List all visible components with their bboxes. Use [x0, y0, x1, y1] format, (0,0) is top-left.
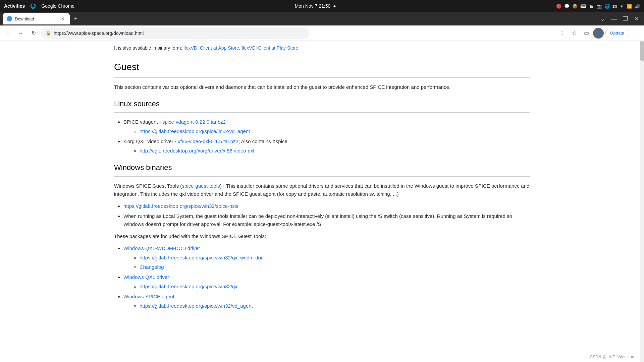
spice-vdagent-text: SPICE vdagent -: [123, 119, 162, 125]
tray-icon-2[interactable]: 💬: [564, 4, 570, 9]
qxl-driver-link[interactable]: xf86-video-qxl-0.1.5.tar.bz2: [178, 138, 238, 144]
spice-agent-sublist: https://gitlab.freedesktop.org/spice/win…: [140, 302, 530, 310]
list-item: https://gitlab.freedesktop.org/spice/lin…: [140, 127, 530, 135]
qxl-wddm-sublist: https://gitlab.freedesktop.org/spice/win…: [140, 254, 530, 271]
bookmark-button[interactable]: ☆: [569, 28, 580, 39]
tray-icon-4[interactable]: ⌨: [580, 4, 587, 9]
windows-spice-agent-link[interactable]: Windows SPICE agent: [123, 294, 174, 299]
brightness-icon[interactable]: ☀: [620, 4, 624, 9]
system-bar-left: Activities 🌐 Google Chrome: [4, 3, 74, 9]
qxl-cgit-link[interactable]: http://cgit.freedesktop.org/xorg/driver/…: [140, 148, 254, 154]
content-inner: It is also available in binary form: fle…: [87, 41, 557, 327]
url-domain: www.spice-space.org: [68, 31, 112, 36]
spice-vdagent-link[interactable]: spice-vdagent-0.22.0.tar.bz2: [162, 119, 226, 125]
tab-favicon-icon: 🌐: [7, 16, 12, 21]
list-item: x.org QXL video driver - xf86-video-qxl-…: [123, 137, 530, 155]
url-path: /download.html: [112, 31, 144, 36]
list-item: https://gitlab.freedesktop.org/spice/win…: [123, 202, 530, 210]
address-bar-row: ← → ↻ 🔒 https://www.spice-space.org/down…: [0, 25, 644, 41]
forward-button[interactable]: →: [15, 28, 26, 39]
system-bar: Activities 🌐 Google Chrome Mon Nov 7 21:…: [0, 0, 644, 12]
spice-vdagent-sublist: https://gitlab.freedesktop.org/spice/lin…: [140, 127, 530, 135]
guest-divider: [114, 77, 530, 78]
tab-close-button[interactable]: ✕: [60, 16, 66, 22]
close-window-button[interactable]: ✕: [632, 14, 641, 23]
tray-icon-6[interactable]: 📷: [596, 4, 602, 9]
silent-install-text: When running as Local System, the guest …: [123, 213, 512, 227]
volume-icon[interactable]: 🔊: [635, 4, 640, 9]
tray-icon-1[interactable]: 🔴: [556, 4, 561, 9]
system-bar-center: Mon Nov 7 21:50 ●: [295, 3, 336, 9]
tray-icon-3[interactable]: 📦: [572, 4, 578, 9]
qxl-driver-sublist: http://cgit.freedesktop.org/xorg/driver/…: [140, 147, 530, 155]
profile-button[interactable]: 👤: [593, 28, 604, 39]
active-tab[interactable]: 🌐 Download ✕: [3, 13, 70, 24]
flexvdi-appstore-link[interactable]: flexVDI Client at App Store: [183, 45, 239, 51]
back-button[interactable]: ←: [3, 28, 13, 39]
windows-desc-prefix: Windows SPICE Guest Tools (: [114, 183, 182, 189]
locale-label[interactable]: zh: [612, 4, 617, 9]
indicator-dot: ●: [333, 3, 336, 9]
windows-binaries-heading: Windows binaries: [114, 162, 530, 173]
vdagent-gitlab-link[interactable]: https://gitlab.freedesktop.org/spice/lin…: [140, 128, 250, 134]
packages-description: These packages are included with the Win…: [114, 232, 530, 240]
globe-icon: 🌐: [30, 3, 36, 9]
page-content: It is also available in binary form: fle…: [0, 41, 644, 362]
windows-qxl-driver-link[interactable]: Windows QXL driver: [123, 274, 169, 280]
top-text-prefix: It is also available in binary form:: [114, 45, 182, 51]
list-item: Windows QXL-WDDM-DOD driver https://gitl…: [123, 244, 530, 271]
tab-bar: 🌐 Download ✕ + ⌄ — ❐ ✕: [0, 12, 644, 25]
qxl-suffix: ; Also contains Xspice: [238, 138, 287, 144]
list-item: https://gitlab.freedesktop.org/spice/win…: [140, 254, 530, 262]
linux-divider: [114, 112, 530, 113]
address-bar[interactable]: 🔒 https://www.spice-space.org/download.h…: [41, 27, 309, 39]
minimize-button[interactable]: —: [609, 14, 619, 23]
list-item: https://gitlab.freedesktop.org/spice/win…: [140, 302, 530, 310]
qxl-driver-text: x.org QXL video driver -: [123, 138, 178, 144]
address-bar-actions: ⇧ ☆ ▭ 👤 Update ⋮: [557, 28, 641, 39]
qxl-driver-sublist-2: https://gitlab.freedesktop.org/spice/win…: [140, 283, 530, 291]
list-item: SPICE vdagent - spice-vdagent-0.22.0.tar…: [123, 118, 530, 135]
list-item: When running as Local System, the guest …: [123, 212, 530, 228]
flexvdi-playstore-link[interactable]: flexVDI Client at Play Store: [242, 45, 299, 51]
system-bar-right: 🔴 💬 📦 ⌨ 🖥 📷 🌐 zh ☀ 📶 🔊: [556, 4, 640, 9]
list-item: https://gitlab.freedesktop.org/spice/win…: [140, 283, 530, 291]
top-continuation-text: It is also available in binary form: fle…: [114, 44, 530, 52]
watermark-text: CSDN @LIVE_Windstorm...: [590, 355, 640, 359]
guest-description: This section contains various optional d…: [114, 83, 530, 91]
maximize-button[interactable]: ❐: [621, 14, 630, 23]
tab-bar-right: ⌄ — ❐ ✕: [598, 14, 641, 23]
share-button[interactable]: ⇧: [557, 28, 568, 39]
guest-heading: Guest: [114, 60, 530, 75]
win32-qxl-link[interactable]: https://gitlab.freedesktop.org/spice/win…: [140, 284, 238, 289]
reader-mode-button[interactable]: ▭: [581, 28, 592, 39]
qxl-wddm-gitlab-link[interactable]: https://gitlab.freedesktop.org/spice/win…: [140, 255, 264, 260]
url-protocol: https://: [54, 31, 68, 36]
reload-button[interactable]: ↻: [28, 28, 39, 39]
update-button[interactable]: Update: [605, 29, 629, 37]
wifi-icon[interactable]: 📶: [627, 4, 632, 9]
list-item: Windows QXL driver https://gitlab.freede…: [123, 273, 530, 291]
datetime-label: Mon Nov 7 21:50: [295, 3, 331, 9]
tab-title-label: Download: [15, 16, 57, 21]
security-lock-icon: 🔒: [46, 31, 51, 36]
tray-icon-7[interactable]: 🌐: [604, 4, 610, 9]
menu-button[interactable]: ⋮: [631, 28, 641, 39]
scrollbar-track[interactable]: [640, 41, 644, 362]
spice-guest-tools-link[interactable]: spice-guest-tools: [182, 183, 220, 189]
tab-list-button[interactable]: ⌄: [598, 14, 607, 23]
app-name-label: Google Chrome: [41, 3, 74, 9]
changelog-link[interactable]: Changelog: [140, 264, 164, 270]
spice-nsis-link[interactable]: https://gitlab.freedesktop.org/spice/win…: [123, 203, 238, 209]
packages-list: Windows QXL-WDDM-DOD driver https://gitl…: [123, 244, 530, 310]
windows-divider: [114, 176, 530, 177]
new-tab-button[interactable]: +: [71, 14, 80, 23]
tray-icon-5[interactable]: 🖥: [589, 4, 594, 9]
linux-list: SPICE vdagent - spice-vdagent-0.22.0.tar…: [123, 118, 530, 155]
linux-sources-heading: Linux sources: [114, 98, 530, 110]
windows-description: Windows SPICE Guest Tools (spice-guest-t…: [114, 182, 530, 198]
win32-vd-agent-link[interactable]: https://gitlab.freedesktop.org/spice/win…: [140, 303, 253, 309]
scrollbar-thumb[interactable]: [640, 41, 644, 61]
activities-button[interactable]: Activities: [4, 3, 25, 9]
qxl-wddm-link[interactable]: Windows QXL-WDDM-DOD driver: [123, 245, 200, 251]
